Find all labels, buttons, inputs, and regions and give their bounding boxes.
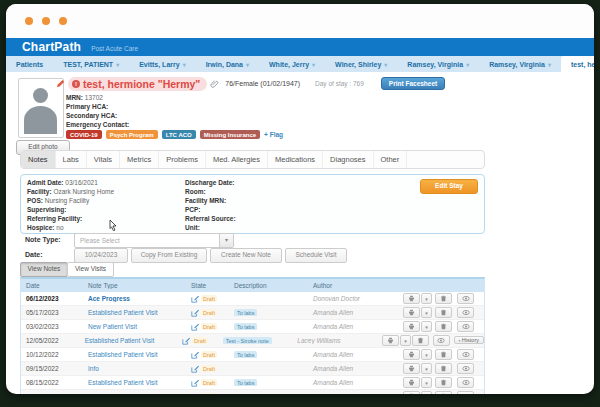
stay-info-panel: Admit Date: 03/16/2021 Facility: Ozark N… bbox=[20, 174, 485, 234]
note-link[interactable]: Info bbox=[88, 365, 99, 372]
edit-note-icon[interactable] bbox=[191, 365, 199, 373]
print-button[interactable] bbox=[403, 293, 420, 304]
view-note-button[interactable] bbox=[457, 307, 474, 318]
description-badge: To labs bbox=[234, 323, 257, 330]
view-note-button[interactable] bbox=[457, 321, 474, 332]
delete-note-button[interactable] bbox=[435, 307, 452, 318]
print-facesheet-button[interactable]: Print Facesheet bbox=[381, 77, 445, 90]
tab-medications[interactable]: Medications bbox=[268, 151, 323, 168]
alert-icon[interactable]: ! bbox=[72, 80, 80, 88]
tab-patient[interactable]: Winer, Shirley▾ bbox=[325, 56, 397, 72]
view-note-button[interactable] bbox=[433, 335, 450, 346]
delete-note-button[interactable] bbox=[435, 377, 452, 388]
edit-patient-icon[interactable] bbox=[56, 79, 65, 88]
tab-patient[interactable]: TEST, PATIENT▾ bbox=[53, 56, 129, 72]
print-options-button[interactable]: ▾ bbox=[400, 335, 411, 346]
delete-note-button[interactable] bbox=[435, 321, 452, 332]
delete-note-button[interactable] bbox=[412, 335, 429, 346]
create-new-note-button[interactable]: Create New Note bbox=[210, 248, 282, 263]
edit-note-icon[interactable] bbox=[191, 323, 199, 331]
window-control-dot[interactable] bbox=[59, 17, 67, 25]
facility-mrn: Facility MRN: bbox=[185, 197, 226, 204]
note-link[interactable]: Established Patient Visit bbox=[88, 351, 158, 358]
note-type-select[interactable]: Please Select ▾ bbox=[74, 233, 234, 248]
window-control-dot[interactable] bbox=[25, 17, 33, 25]
view-note-button[interactable] bbox=[457, 391, 474, 394]
print-button[interactable] bbox=[403, 363, 420, 374]
delete-note-button[interactable] bbox=[435, 349, 452, 360]
note-link[interactable]: New Patient Visit bbox=[88, 393, 140, 394]
note-author: Amanda Allen bbox=[308, 309, 403, 316]
edit-note-icon[interactable] bbox=[191, 351, 199, 359]
delete-note-button[interactable] bbox=[435, 363, 452, 374]
history-button[interactable]: › History bbox=[454, 336, 484, 344]
paperclip-icon[interactable] bbox=[210, 79, 219, 88]
print-options-button[interactable]: ▾ bbox=[421, 377, 432, 388]
view-notes-button[interactable]: View Notes bbox=[20, 262, 68, 277]
print-button[interactable] bbox=[403, 391, 420, 394]
edit-note-icon[interactable] bbox=[191, 309, 199, 317]
print-options-button[interactable]: ▾ bbox=[421, 321, 432, 332]
print-button[interactable] bbox=[403, 377, 420, 388]
tab-patient[interactable]: Ramsey, Virginia▾ bbox=[397, 56, 479, 72]
edit-note-icon[interactable] bbox=[191, 393, 199, 395]
tab-diagnoses[interactable]: Diagnoses bbox=[323, 151, 373, 168]
copy-from-existing-button[interactable]: Copy From Existing bbox=[131, 248, 207, 263]
note-link[interactable]: Ace Progress bbox=[88, 295, 130, 302]
note-link[interactable]: Established Patient Visit bbox=[88, 379, 158, 386]
tab-vitals[interactable]: Vitals bbox=[87, 151, 120, 168]
tab-problems[interactable]: Problems bbox=[159, 151, 206, 168]
col-description[interactable]: Description bbox=[229, 282, 308, 289]
view-visits-button[interactable]: View Visits bbox=[67, 262, 114, 277]
note-link[interactable]: New Patient Visit bbox=[88, 323, 137, 330]
view-note-button[interactable] bbox=[457, 293, 474, 304]
print-options-button[interactable]: ▾ bbox=[421, 349, 432, 360]
tab-patients[interactable]: Patients bbox=[6, 56, 53, 72]
col-date[interactable]: Date bbox=[21, 282, 83, 289]
edit-note-icon[interactable] bbox=[182, 337, 190, 345]
chevron-down-icon: ▾ bbox=[466, 61, 469, 68]
delete-note-button[interactable] bbox=[435, 391, 452, 394]
edit-stay-button[interactable]: Edit Stay bbox=[420, 179, 478, 194]
view-note-button[interactable] bbox=[457, 377, 474, 388]
missing-insurance-badge: Missing Insurance bbox=[200, 130, 260, 139]
print-options-button[interactable]: ▾ bbox=[421, 363, 432, 374]
edit-note-icon[interactable] bbox=[191, 379, 199, 387]
tab-med-allergies[interactable]: Med. Allergies bbox=[206, 151, 268, 168]
tab-patient[interactable]: Evitts, Larry▾ bbox=[129, 56, 195, 72]
print-options-button[interactable]: ▾ bbox=[421, 293, 432, 304]
note-link[interactable]: Established Patient Visit bbox=[85, 337, 155, 344]
print-button[interactable] bbox=[403, 349, 420, 360]
note-link[interactable]: Established Patient Visit bbox=[88, 309, 158, 316]
col-state[interactable]: State bbox=[186, 282, 229, 289]
note-type-label: Note Type: bbox=[25, 236, 61, 243]
edit-note-icon[interactable] bbox=[191, 295, 199, 303]
print-options-button[interactable]: ▾ bbox=[421, 307, 432, 318]
tab-patient[interactable]: Irwin, Dana▾ bbox=[196, 56, 259, 72]
print-button[interactable] bbox=[403, 321, 420, 332]
tab-patient[interactable]: Ramsey, Virginia▾ bbox=[479, 56, 561, 72]
col-note-type[interactable]: Note Type bbox=[83, 282, 186, 289]
chevron-down-icon[interactable]: ▾ bbox=[219, 234, 233, 247]
tab-metrics[interactable]: Metrics bbox=[120, 151, 159, 168]
print-options-button[interactable]: ▾ bbox=[421, 391, 432, 394]
tab-labs[interactable]: Labs bbox=[56, 151, 87, 168]
print-button[interactable] bbox=[403, 307, 420, 318]
avatar bbox=[33, 88, 48, 103]
schedule-visit-button[interactable]: Schedule Visit bbox=[285, 248, 347, 263]
window-control-dot[interactable] bbox=[42, 17, 50, 25]
tab-notes[interactable]: Notes bbox=[21, 151, 56, 168]
view-note-button[interactable] bbox=[457, 363, 474, 374]
view-note-button[interactable] bbox=[457, 349, 474, 360]
date-input[interactable]: 10/24/2023 bbox=[74, 248, 128, 263]
tab-patient-active[interactable]: test, hermione▾ bbox=[561, 56, 594, 72]
print-button[interactable] bbox=[382, 335, 399, 346]
mouse-cursor bbox=[109, 220, 117, 231]
add-flag-link[interactable]: + Flag bbox=[264, 131, 283, 138]
tab-patient[interactable]: White, Jerry▾ bbox=[259, 56, 325, 72]
note-author: Donovan Doctor bbox=[308, 393, 403, 394]
delete-note-button[interactable] bbox=[435, 293, 452, 304]
col-author[interactable]: Author bbox=[308, 282, 403, 289]
patient-flags-row: COVID-19 Psych Program LTC ACO Missing I… bbox=[66, 130, 283, 139]
tab-other[interactable]: Other bbox=[374, 151, 408, 168]
